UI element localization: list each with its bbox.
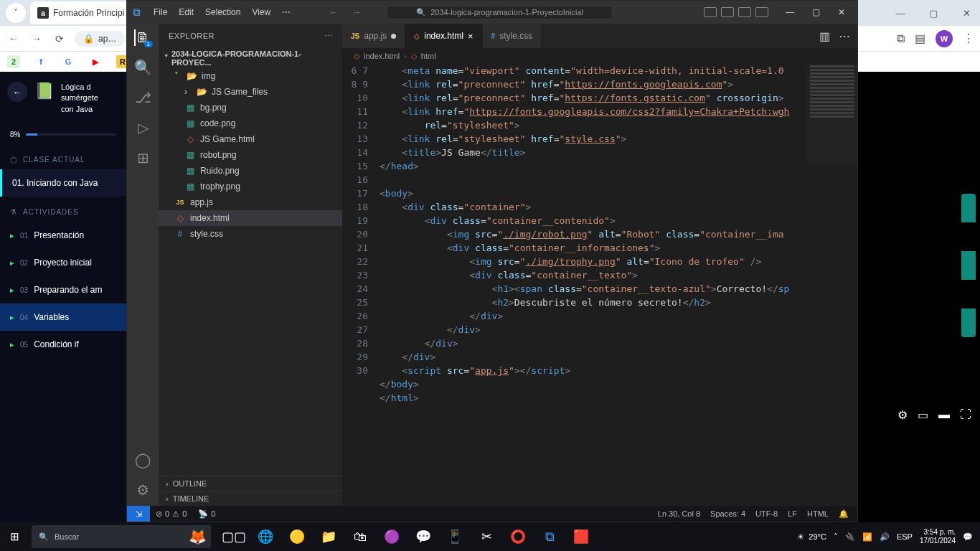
activity-settings[interactable]: ⚙ — [136, 481, 149, 499]
editor-tab-app.js[interactable]: JSapp.js — [342, 24, 405, 48]
task-messenger[interactable]: 💬 — [409, 522, 438, 551]
tree-item-JS Game.html[interactable]: ◇JS Game.html — [159, 131, 342, 147]
bookmark-item[interactable]: ▶ — [89, 55, 102, 68]
tree-item-style.css[interactable]: #style.css — [159, 226, 342, 242]
layout-controls[interactable] — [704, 7, 768, 17]
browser-maximize-button[interactable]: ▢ — [923, 8, 944, 19]
activity-item[interactable]: ▸04 Variables — [0, 303, 126, 331]
menu-view[interactable]: View — [246, 7, 276, 17]
video-settings-button[interactable]: ⚙ — [897, 408, 908, 422]
timeline-section[interactable]: › TIMELINE — [159, 491, 342, 506]
editor-tab-style.css[interactable]: #style.css — [483, 24, 542, 48]
task-chrome[interactable]: 🟡 — [283, 522, 311, 551]
browser-tab[interactable]: a Formación Principi — [30, 1, 131, 24]
browser-close-button[interactable]: ✕ — [956, 8, 977, 19]
command-center-search[interactable]: 🔍 2034-logica-programacion-1-ProyectoIni… — [387, 6, 613, 19]
menu-edit[interactable]: Edit — [173, 7, 199, 17]
browser-minimize-button[interactable]: — — [890, 8, 911, 19]
tray-volume[interactable]: 🔊 — [880, 532, 890, 542]
activity-explorer[interactable]: 🗎1 — [134, 29, 150, 46]
tray-wifi[interactable]: 📶 — [862, 532, 872, 542]
bookmark-item[interactable]: 2 — [7, 55, 20, 68]
menu-selection[interactable]: Selection — [199, 7, 246, 17]
video-theater-button[interactable]: ▬ — [938, 408, 950, 422]
tray-notifications[interactable]: 💬 — [963, 532, 973, 542]
tab-dropdown-button[interactable]: ˅ — [6, 3, 26, 23]
status-problems[interactable]: ⊘ 0 ⚠ 0 — [150, 509, 192, 519]
task-edge[interactable]: 🌐 — [251, 522, 280, 551]
split-editor-button[interactable]: ▥ — [819, 29, 830, 43]
tree-item-JS Game_files[interactable]: ›📂JS Game_files — [159, 84, 342, 100]
status-notifications[interactable]: 🔔 — [839, 509, 849, 519]
browser-menu-button[interactable]: ⋮ — [963, 32, 974, 45]
profile-avatar[interactable]: W — [936, 30, 953, 47]
bookmark-item[interactable]: f — [34, 55, 47, 68]
activity-scm[interactable]: ⎇ — [135, 89, 151, 106]
status-language[interactable]: HTML — [807, 509, 829, 519]
status-indent[interactable]: Spaces: 4 — [710, 509, 745, 519]
tab-more-button[interactable]: ⋯ — [839, 29, 850, 43]
tray-expand[interactable]: ˄ — [834, 532, 838, 542]
explorer-more-button[interactable]: ⋯ — [324, 32, 333, 41]
status-eol[interactable]: LF — [788, 509, 797, 519]
status-ports[interactable]: 📡 0 — [192, 509, 221, 519]
titlebar-nav-forward[interactable]: → — [347, 7, 367, 17]
task-chrome2[interactable]: ⭕ — [504, 522, 532, 551]
nav-reload-button[interactable]: ⟳ — [52, 31, 67, 47]
vscode-close-button[interactable]: ✕ — [831, 7, 852, 17]
tray-clock[interactable]: 3:54 p. m.17/01/2024 — [920, 528, 956, 545]
status-encoding[interactable]: UTF-8 — [755, 509, 778, 519]
tree-item-app.js[interactable]: JSapp.js — [159, 194, 342, 210]
nav-back-button[interactable]: ← — [6, 31, 22, 47]
extensions-icon[interactable]: ⧉ — [897, 32, 905, 45]
course-back-button[interactable]: ← — [7, 82, 27, 102]
remote-indicator[interactable]: ⇲ — [127, 506, 150, 522]
tree-item-index.html[interactable]: ◇index.html — [159, 210, 342, 226]
video-pip-button[interactable]: ▭ — [918, 408, 928, 422]
menu-file[interactable]: File — [148, 7, 173, 17]
titlebar-nav-back[interactable]: ← — [324, 7, 344, 17]
task-copilot[interactable]: 🟣 — [377, 522, 406, 551]
activity-item[interactable]: ▸01 Presentación — [0, 222, 126, 249]
tree-item-bg.png[interactable]: ▦bg.png — [159, 100, 342, 116]
task-explorer[interactable]: 📁 — [314, 522, 343, 551]
task-vscode[interactable]: ⧉ — [535, 522, 564, 551]
tree-item-trophy.png[interactable]: ▦trophy.png — [159, 179, 342, 194]
task-whatsapp[interactable]: 📱 — [440, 522, 469, 551]
explorer-root[interactable]: ˅ 2034-LOGICA-PROGRAMACION-1-PROYEC... — [159, 48, 342, 68]
sidepanel-icon[interactable]: ▤ — [915, 32, 925, 45]
activity-run[interactable]: ▷ — [138, 119, 149, 136]
video-fullscreen-button[interactable]: ⛶ — [960, 408, 971, 422]
activity-search[interactable]: 🔍 — [134, 59, 152, 76]
activity-item[interactable]: ▸05 Condición if — [0, 331, 126, 358]
activity-extensions[interactable]: ⊞ — [137, 149, 149, 166]
editor-tab-index.html[interactable]: ◇index.html× — [405, 24, 482, 48]
current-class-item[interactable]: 01. Iniciando con Java — [0, 169, 126, 197]
outline-section[interactable]: › OUTLINE — [159, 476, 342, 491]
tree-item-robot.png[interactable]: ▦robot.png — [159, 147, 342, 163]
nav-forward-button[interactable]: → — [29, 31, 44, 47]
tree-item-code.png[interactable]: ▦code.png — [159, 116, 342, 131]
task-capcut[interactable]: ✂ — [472, 522, 501, 551]
activity-account[interactable]: ◯ — [135, 451, 151, 468]
breadcrumbs[interactable]: ◇index.html › ◇html — [342, 48, 857, 64]
address-bar[interactable]: 🔒 ap… — [75, 31, 125, 47]
tree-item-Ruido.png[interactable]: ▦Ruido.png — [159, 163, 342, 179]
vscode-maximize-button[interactable]: ▢ — [806, 7, 826, 17]
bookmark-item[interactable]: G — [62, 55, 75, 68]
task-view-button[interactable]: ▢▢ — [220, 522, 248, 551]
minimap[interactable] — [807, 64, 857, 164]
activity-item[interactable]: ▸03 Preparando el am — [0, 276, 126, 303]
tray-power[interactable]: 🔌 — [845, 532, 855, 542]
code-editor[interactable]: 6 7 8 9 10 11 12 13 14 15 16 17 18 19 20… — [342, 64, 857, 506]
vscode-minimize-button[interactable]: — — [780, 7, 800, 17]
status-cursor[interactable]: Ln 30, Col 8 — [658, 509, 700, 519]
taskbar-search[interactable]: 🔍 Buscar🦊 — [32, 525, 211, 548]
menu-⋯[interactable]: ⋯ — [276, 7, 296, 17]
tray-lang[interactable]: ESP — [897, 532, 913, 541]
task-app[interactable]: 🟥 — [567, 522, 595, 551]
activity-item[interactable]: ▸02 Proyecto inicial — [0, 249, 126, 276]
weather-widget[interactable]: ☀ 29°C — [797, 532, 826, 542]
start-button[interactable]: ⊞ — [0, 530, 29, 543]
task-store[interactable]: 🛍 — [346, 522, 374, 551]
